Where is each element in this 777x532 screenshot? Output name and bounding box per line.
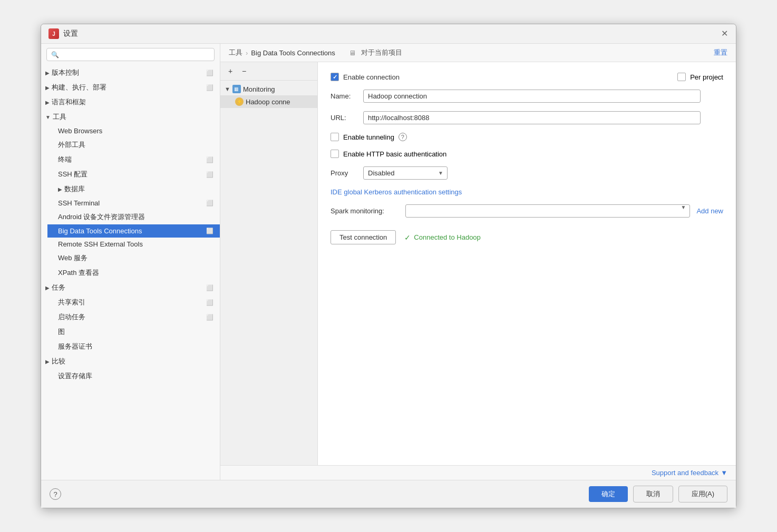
support-feedback-bar: Support and feedback ▼ xyxy=(220,465,736,480)
sidebar-item-web-services[interactable]: Web 服务 xyxy=(47,251,220,265)
apply-button[interactable]: 应用(A) xyxy=(678,486,727,503)
table-icon: ▦ xyxy=(232,85,241,93)
tree-group-label: Monitoring xyxy=(243,85,275,93)
app-icon: J xyxy=(48,28,59,39)
enable-connection-label: Enable connection xyxy=(343,73,400,81)
spark-monitoring-row: Spark monitoring: ▼ Add new xyxy=(331,204,723,218)
sidebar-item-tools[interactable]: ▼ 工具 xyxy=(41,110,220,124)
check-mark-icon: ✓ xyxy=(404,233,411,242)
url-label: URL: xyxy=(331,114,357,122)
per-project-label: Per project xyxy=(690,73,723,81)
proxy-select[interactable]: Disabled System proxy Manual proxy xyxy=(363,166,448,180)
sidebar-item-remote-ssh[interactable]: Remote SSH External Tools xyxy=(47,238,220,251)
chevron-right-icon: ▶ xyxy=(58,186,62,192)
url-input[interactable] xyxy=(363,111,701,124)
dialog-footer: ? 确定 取消 应用(A) xyxy=(41,480,736,508)
spark-monitoring-select[interactable] xyxy=(405,204,690,218)
cancel-button[interactable]: 取消 xyxy=(633,486,673,503)
add-new-button[interactable]: Add new xyxy=(696,207,723,215)
tree-item-hadoop[interactable]: ⚡ Hadoop conne xyxy=(220,95,317,108)
copy-icon: ⬜ xyxy=(206,299,213,306)
breadcrumb-separator: › xyxy=(246,49,248,57)
sidebar-item-build[interactable]: ▶ 构建、执行、部署 ⬜ xyxy=(41,80,220,95)
copy-icon: ⬜ xyxy=(206,228,213,234)
reset-button[interactable]: 重置 xyxy=(714,48,727,57)
footer-left: ? xyxy=(50,488,61,500)
breadcrumb-bar: 工具 › Big Data Tools Connections 🖥 对于当前项目… xyxy=(220,44,736,62)
sidebar-item-ssh-config[interactable]: SSH 配置 ⬜ xyxy=(47,167,220,182)
enable-connection-row: ✓ Enable connection xyxy=(331,73,400,81)
pane-toolbar: + − xyxy=(220,62,317,81)
name-input[interactable] xyxy=(363,90,701,103)
sidebar-item-version-control[interactable]: ▶ 版本控制 ⬜ xyxy=(41,65,220,80)
enable-tunneling-checkbox[interactable] xyxy=(331,133,339,141)
kerberos-row: IDE global Kerberos authentication setti… xyxy=(331,188,723,196)
help-button[interactable]: ? xyxy=(50,488,61,500)
close-button[interactable]: ✕ xyxy=(720,29,729,38)
breadcrumb-for-project: 对于当前项目 xyxy=(361,48,402,57)
search-box[interactable]: 🔍 xyxy=(46,48,215,61)
sidebar-item-terminal[interactable]: 终端 ⬜ xyxy=(47,152,220,167)
search-icon: 🔍 xyxy=(51,51,59,58)
add-connection-button[interactable]: + xyxy=(225,65,236,77)
split-pane: + − ▼ ▦ Monitoring ⚡ Hadoop conne xyxy=(220,62,736,465)
sidebar-item-lang[interactable]: ▶ 语言和框架 xyxy=(41,95,220,110)
sidebar-item-database[interactable]: ▶ 数据库 xyxy=(47,182,220,196)
sidebar-item-label: 构建、执行、部署 xyxy=(52,83,106,92)
checkbox-check: ✓ xyxy=(333,74,337,81)
tunneling-help-icon[interactable]: ? xyxy=(399,133,407,141)
sidebar-item-compare[interactable]: ▶ 比较 xyxy=(41,354,220,369)
chevron-down-icon: ▼ xyxy=(45,114,51,120)
copy-icon: ⬜ xyxy=(206,156,213,163)
sidebar-item-settings-store[interactable]: 设置存储库 xyxy=(47,369,220,383)
tree-area: ▼ ▦ Monitoring ⚡ Hadoop conne xyxy=(220,81,317,465)
enable-tunneling-label: Enable tunneling xyxy=(343,133,394,141)
sidebar-item-big-data-tools[interactable]: Big Data Tools Connections ⬜ xyxy=(47,224,220,238)
sidebar-item-ssh-terminal[interactable]: SSH Terminal ⬜ xyxy=(47,196,220,210)
sidebar-item-tasks[interactable]: ▶ 任务 ⬜ xyxy=(41,280,220,295)
right-pane: ✓ Enable connection Per project Name: xyxy=(318,62,736,465)
sidebar-item-label: 任务 xyxy=(52,283,65,292)
url-row: URL: xyxy=(331,111,723,124)
spark-monitoring-label: Spark monitoring: xyxy=(331,207,399,215)
sidebar-item-label: 数据库 xyxy=(64,184,85,194)
copy-icon: ⬜ xyxy=(206,70,213,76)
connected-status: ✓ Connected to Hadoop xyxy=(404,233,480,242)
sidebar-item-xpath[interactable]: XPath 查看器 xyxy=(47,265,220,280)
sidebar-item-web-browsers[interactable]: Web Browsers xyxy=(47,124,220,137)
sidebar-item-diagram[interactable]: 图 xyxy=(47,324,220,339)
per-project-row: Per project xyxy=(677,73,723,81)
tree-item-label: Hadoop conne xyxy=(246,98,290,106)
sidebar-item-shared-index[interactable]: 共享索引 ⬜ xyxy=(47,295,220,310)
sidebar-item-startup-tasks[interactable]: 启动任务 ⬜ xyxy=(47,310,220,324)
settings-dialog: J 设置 ✕ 🔍 ▶ 版本控制 ⬜ ▶ 构 xyxy=(41,24,736,508)
title-left: J 设置 xyxy=(48,28,78,39)
test-connection-row: Test connection ✓ Connected to Hadoop xyxy=(331,230,723,244)
chevron-right-icon: ▶ xyxy=(45,85,50,91)
connected-status-text: Connected to Hadoop xyxy=(414,233,480,241)
breadcrumb-current: Big Data Tools Connections xyxy=(251,49,335,57)
test-connection-button[interactable]: Test connection xyxy=(331,230,396,244)
ok-button[interactable]: 确定 xyxy=(589,486,628,502)
search-input[interactable] xyxy=(62,51,210,58)
support-feedback-button[interactable]: Support and feedback ▼ xyxy=(652,469,727,477)
http-basic-checkbox[interactable] xyxy=(331,150,339,158)
sidebar-item-android[interactable]: Android 设备文件资源管理器 xyxy=(47,210,220,224)
sidebar-item-label: 版本控制 xyxy=(52,68,79,77)
http-basic-row: Enable HTTP basic authentication xyxy=(331,150,723,158)
sidebar-item-label: 比较 xyxy=(52,357,65,366)
tree-group-monitoring[interactable]: ▼ ▦ Monitoring xyxy=(220,83,317,95)
breadcrumb-parent: 工具 xyxy=(229,48,242,57)
breadcrumb: 工具 › Big Data Tools Connections 🖥 对于当前项目 xyxy=(229,48,402,57)
kerberos-link[interactable]: IDE global Kerberos authentication setti… xyxy=(331,188,462,196)
compare-children: 设置存储库 xyxy=(41,369,220,383)
sidebar-item-server-cert[interactable]: 服务器证书 xyxy=(47,339,220,354)
copy-icon: ⬜ xyxy=(206,314,213,321)
chevron-right-icon: ▶ xyxy=(45,100,50,105)
enable-connection-checkbox[interactable]: ✓ xyxy=(331,73,339,81)
remove-connection-button[interactable]: − xyxy=(238,65,250,77)
dialog-title: 设置 xyxy=(63,29,78,38)
sidebar-item-external-tools[interactable]: 外部工具 xyxy=(47,137,220,152)
per-project-checkbox[interactable] xyxy=(677,73,686,81)
footer-right: 确定 取消 应用(A) xyxy=(589,486,727,503)
